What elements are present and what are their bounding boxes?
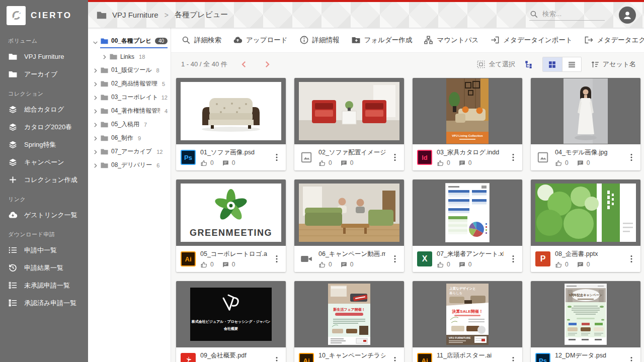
toolbar-button-folder-plus[interactable]: フォルダー作成	[351, 35, 413, 45]
tree-item[interactable]: 05_入稿用7	[91, 118, 169, 132]
chevron-right-icon[interactable]	[92, 95, 99, 101]
select-all-button[interactable]: 全て選択	[476, 60, 515, 69]
list-view-button[interactable]	[562, 57, 581, 71]
sidebar-item-総合カタログ[interactable]: 総合カタログ	[0, 101, 88, 118]
chevron-right-icon[interactable]	[92, 122, 99, 128]
asset-thumbnail[interactable]	[531, 78, 640, 144]
tree-item[interactable]: 01_販促ツール8	[91, 64, 169, 77]
chevron-right-icon[interactable]	[92, 149, 99, 155]
toolbar-button-import[interactable]: メタデータインポート	[490, 35, 573, 45]
next-page-button[interactable]	[263, 60, 272, 69]
tree-item[interactable]: 07_アーカイブ12	[91, 145, 169, 159]
toolbar-button-cloud-up[interactable]: アップロード	[233, 35, 288, 45]
asset-card[interactable]: 04_モデル画像.jpg 0 0	[531, 78, 640, 170]
chevron-right-icon[interactable]	[92, 81, 99, 87]
sidebar-item-申請結果一覧[interactable]: 申請結果一覧	[0, 259, 88, 277]
asset-card[interactable]: 06_キャンペーン動画.mp4 0 0	[294, 179, 404, 272]
asset-thumbnail[interactable]	[176, 78, 286, 144]
toolbar-button-sitemap[interactable]: マウントパス	[424, 35, 478, 45]
tree-item[interactable]: 03_コーポレイト12	[91, 91, 169, 105]
asset-card[interactable]: P 08_企画書.pptx 0 0	[531, 179, 640, 272]
tree-item[interactable]: 06_制作9	[91, 132, 169, 145]
tree-item[interactable]: Links18	[91, 50, 169, 64]
breadcrumb-volume[interactable]: VPJ Furniture	[112, 11, 158, 19]
asset-thumbnail[interactable]: 株式会社ビジュアル・プロセッシング・ジャパン会社概要	[176, 281, 286, 347]
like-button[interactable]: 0	[200, 159, 214, 167]
card-menu-button[interactable]	[508, 355, 518, 362]
account-button[interactable]	[619, 7, 636, 24]
chevron-down-icon[interactable]	[92, 39, 99, 46]
card-menu-button[interactable]	[508, 254, 518, 264]
tree-item[interactable]: 08_デリバリー6	[91, 159, 169, 172]
prev-page-button[interactable]	[239, 60, 249, 69]
asset-thumbnail[interactable]	[413, 179, 522, 246]
sidebar-item-カタログ2020春[interactable]: カタログ2020春	[0, 118, 88, 136]
asset-thumbnail[interactable]	[531, 179, 640, 246]
like-button[interactable]: 0	[200, 261, 214, 268]
sidebar-item-Spring特集[interactable]: Spring特集	[0, 136, 88, 153]
card-menu-button[interactable]	[390, 254, 400, 264]
asset-card[interactable]: Ps 01_ソファ画像.psd 0 0	[176, 78, 286, 170]
sidebar-item-承認済み申請一覧[interactable]: 承認済み申請一覧	[0, 294, 88, 312]
toolbar-button-export[interactable]: メタデータエクスポート	[584, 35, 644, 45]
comment-button[interactable]: 0	[577, 159, 590, 167]
sort-button[interactable]: アセット名	[591, 60, 636, 69]
sidebar-item-申請中一覧[interactable]: 申請中一覧	[0, 241, 88, 259]
sidebar-item-キャンペーン[interactable]: キャンペーン	[0, 153, 88, 171]
comment-button[interactable]: 0	[577, 261, 590, 268]
card-menu-button[interactable]	[272, 254, 282, 264]
asset-card[interactable]: GREENMEETING Ai 05_コーポレートロゴ.ai 0 0	[176, 179, 286, 272]
card-menu-button[interactable]	[272, 152, 282, 162]
chevron-right-icon[interactable]	[92, 108, 99, 115]
card-menu-button[interactable]	[272, 355, 282, 362]
asset-thumbnail[interactable]: 5周年記念キャンペーン	[531, 281, 640, 347]
search-input[interactable]	[541, 10, 605, 18]
like-button[interactable]: 0	[555, 261, 569, 268]
chevron-right-icon[interactable]	[101, 54, 108, 60]
comment-button[interactable]: 0	[340, 261, 354, 268]
asset-card[interactable]: 02_ソファ配置イメージ.png 0 0	[294, 78, 404, 170]
sidebar-item-アーカイブ[interactable]: アーカイブ	[0, 65, 88, 83]
comment-button[interactable]: 0	[340, 159, 354, 167]
app-logo[interactable]: C CIERTO	[0, 0, 88, 30]
card-menu-button[interactable]	[626, 152, 636, 162]
chevron-right-icon[interactable]	[92, 162, 99, 169]
comment-button[interactable]: 0	[222, 261, 235, 268]
asset-thumbnail[interactable]	[294, 179, 404, 246]
asset-thumbnail[interactable]: 上質なデザインと暮らしを決算SALE開催！VPJ FURNITURE	[413, 281, 522, 347]
asset-thumbnail[interactable]	[294, 78, 404, 144]
card-menu-button[interactable]	[626, 254, 636, 264]
comment-button[interactable]: 0	[222, 159, 235, 167]
asset-card[interactable]: 株式会社ビジュアル・プロセッシング・ジャパン会社概要 09_会社概要.pdf 0…	[176, 281, 286, 362]
card-menu-button[interactable]	[508, 152, 518, 162]
asset-thumbnail[interactable]: GREENMEETING	[176, 179, 286, 246]
asset-card[interactable]: 新生活フェア開催！ Ai 10_キャンペーンチラシ.ai 0 0	[294, 281, 404, 362]
sidebar-item-コレクション作成[interactable]: コレクション作成	[0, 171, 88, 189]
tree-item[interactable]: 04_著作権情報管理4	[91, 105, 169, 118]
toolbar-button-info[interactable]: 詳細情報	[299, 35, 340, 45]
asset-card[interactable]: X 07_来場者アンケート.xls 0 0	[413, 179, 522, 272]
sidebar-item-ゲストリンク一覧[interactable]: ゲストリンク一覧	[0, 206, 88, 224]
asset-thumbnail[interactable]: 新生活フェア開催！	[294, 281, 404, 347]
card-menu-button[interactable]	[390, 152, 400, 162]
breadcrumb-current[interactable]: 各種プレビュー	[175, 10, 228, 20]
chevron-right-icon[interactable]	[92, 135, 99, 142]
toolbar-button-search[interactable]: 詳細検索	[181, 35, 221, 45]
like-button[interactable]: 0	[437, 261, 450, 268]
asset-thumbnail[interactable]: VPJ Living Collection	[413, 78, 522, 144]
comment-button[interactable]: 0	[458, 159, 472, 167]
tree-view-button[interactable]	[524, 60, 533, 69]
card-menu-button[interactable]	[626, 355, 636, 362]
sidebar-item-VPJ Furniture[interactable]: VPJ Furniture	[0, 48, 88, 65]
chevron-right-icon[interactable]	[92, 67, 99, 74]
sidebar-item-未承認申請一覧[interactable]: 未承認申請一覧	[0, 277, 88, 294]
tree-item[interactable]: 02_商品情報管理5	[91, 77, 169, 91]
asset-card[interactable]: VPJ Living Collection Id 03_家具カタログ.indd …	[413, 78, 522, 170]
like-button[interactable]: 0	[437, 159, 450, 167]
tree-item[interactable]: 00_各種プレビュー40	[91, 35, 169, 50]
like-button[interactable]: 0	[318, 261, 332, 268]
like-button[interactable]: 0	[555, 159, 569, 167]
asset-card[interactable]: 5周年記念キャンペーン Ps 12_DMデータ.psd 0 0	[531, 281, 640, 362]
comment-button[interactable]: 0	[458, 261, 472, 268]
like-button[interactable]: 0	[318, 159, 332, 167]
